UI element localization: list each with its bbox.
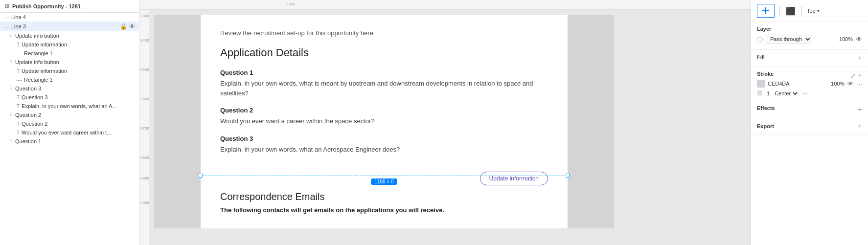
question3-block: Question 3 Explain, in your own words, w… <box>220 135 548 155</box>
layer-item-rect2[interactable]: — Rectangle 1 <box>0 75 139 84</box>
passthrough-row: ◯ Pass through 100% 👁 <box>757 35 862 44</box>
corner-tl <box>199 174 203 178</box>
layer-item-q3-group[interactable]: ⠿ Question 3 <box>0 84 139 93</box>
layer-item-line4[interactable]: — Line 4 <box>0 13 139 22</box>
corr-text: The following contacts will get emails o… <box>220 206 548 214</box>
stroke-color-row: CED4DA 100% 👁 ··· <box>757 80 862 88</box>
ruler-left: 3300 3400 3500 3600 3700 3800 3880 4000 <box>139 10 149 245</box>
top-label: Top <box>807 8 816 14</box>
layer-item-update-info-text-1[interactable]: T Update information <box>0 40 139 49</box>
ruler-top-mark: 3300 <box>286 2 295 6</box>
stroke-color-swatch[interactable] <box>757 80 765 88</box>
divider <box>779 6 780 16</box>
stroke-visibility-icon[interactable]: 👁 <box>847 80 854 88</box>
fill-title: Fill <box>757 54 765 60</box>
stroke-lines-icon: ☰ <box>757 89 763 97</box>
update-info-btn2-label: Update info button <box>15 59 135 65</box>
ruler-mark-3700: 3700 <box>140 126 149 131</box>
rect2-label: Rectangle 1 <box>24 77 135 83</box>
text-icon-5: T <box>17 121 20 127</box>
layer-item-update-info-btn-1[interactable]: ⠿ Update info button <box>0 31 139 40</box>
dash-icon-3: — <box>17 50 22 56</box>
text-icon-2: T <box>17 68 20 74</box>
position-icon <box>762 7 769 14</box>
layer-item-q2-group[interactable]: ⠿ Question 2 <box>0 111 139 119</box>
dash-icon-2: — <box>4 23 9 29</box>
top-dropdown[interactable]: Top ▾ <box>807 8 820 14</box>
corr-title: Correspondence Emails <box>220 191 548 202</box>
canvas-container: Review the recruitment set-up for this o… <box>149 10 751 245</box>
rect1-label: Rectangle 1 <box>24 50 135 56</box>
stroke-title: Stroke <box>757 71 774 77</box>
layer-item-update-info-btn-2[interactable]: ⠿ Update info button <box>0 58 139 67</box>
export-header: Export + <box>757 122 862 130</box>
text-icon-6: T <box>17 130 20 135</box>
ruler-mark-3880: 3880 <box>140 176 149 180</box>
fill-header: Fill + <box>757 54 862 63</box>
question2-block: Question 2 Would you ever want a career … <box>220 107 548 126</box>
left-panel: ⊞ Publish Opportunity - 1281 — Line 4 — … <box>0 0 139 245</box>
resize-stroke-btn[interactable]: ⤢ <box>850 72 856 79</box>
grid-icon-6: ⠿ <box>10 139 13 144</box>
ruler-mark-4000: 4000 <box>140 200 149 205</box>
question1-block: Question 1 Explain, in your own words, w… <box>220 69 548 98</box>
q3-text-content: Explain, in your own words, what an A... <box>22 103 135 109</box>
panel-title: Publish Opportunity - 1281 <box>12 3 81 9</box>
grid-icon: ⊞ <box>5 3 9 9</box>
layer-item-q1-group[interactable]: ⠿ Question 1 <box>0 137 139 146</box>
review-text: Review the recruitment set-up for this o… <box>220 29 548 37</box>
layer-title: Layer <box>757 26 862 32</box>
line3-label: Line 3 <box>11 23 120 29</box>
right-panel: ⬛ Top ▾ Layer ◯ Pass through 100% 👁 Fill <box>751 0 868 245</box>
text-icon-3: T <box>17 95 20 100</box>
layer-item-q3-label[interactable]: T Question 3 <box>0 93 139 102</box>
eye-icon[interactable]: 👁 <box>129 23 135 30</box>
stroke-more-btn[interactable]: ··· <box>857 80 862 88</box>
visibility-eye-icon[interactable]: 👁 <box>856 36 862 43</box>
stroke-width-value: 1 <box>767 90 770 96</box>
q3-label: Question 3 <box>220 135 548 142</box>
stroke-opacity-value: 100% <box>831 81 845 87</box>
update-info-button[interactable]: Update information <box>480 172 548 185</box>
layer-item-q2-label[interactable]: T Question 2 <box>0 119 139 128</box>
ruler-mark-3500: 3500 <box>140 67 149 72</box>
stroke-detail-more-btn[interactable]: ··· <box>802 89 807 97</box>
q3-text: Explain, in your own words, what an Aero… <box>220 145 548 155</box>
layer-item-update-info-text-2[interactable]: T Update information <box>0 67 139 75</box>
add-stroke-btn[interactable]: + <box>858 71 862 79</box>
text-icon-1: T <box>17 42 20 47</box>
panel-header: ⊞ Publish Opportunity - 1281 <box>0 0 139 13</box>
add-effect-btn[interactable]: + <box>858 106 862 113</box>
passthrough-control: ◯ Pass through <box>757 35 812 44</box>
layer-item-q2-text[interactable]: T Would you ever want career within t... <box>0 128 139 137</box>
chevron-down-icon: ▾ <box>817 8 820 13</box>
dash-icon: — <box>4 14 9 20</box>
effects-title: Effects <box>757 105 775 111</box>
stroke-detail-row: ☰ 1 Center ··· <box>757 89 862 97</box>
q1-text: Explain, in your own words, what is mean… <box>220 79 548 98</box>
lock-icon[interactable]: 🔒 <box>120 23 127 30</box>
effects-header: Effects + <box>757 105 862 114</box>
align-left-btn[interactable]: ⬛ <box>785 5 797 17</box>
stroke-position-select[interactable]: Center <box>773 90 799 97</box>
export-title: Export <box>757 123 774 129</box>
q3-label-text: Question 3 <box>22 94 135 100</box>
q2-label: Question 2 <box>220 107 548 114</box>
ruler-mark-3400: 3400 <box>140 38 149 43</box>
grid-icon-2: ⠿ <box>10 33 13 38</box>
blend-mode-select[interactable]: Pass through <box>766 35 812 44</box>
layer-item-line3[interactable]: — Line 3 🔒 👁 <box>0 22 139 31</box>
q1-label: Question 1 <box>220 69 548 76</box>
fill-section: Fill + <box>751 50 868 67</box>
add-export-btn[interactable]: + <box>858 122 862 130</box>
layer-item-q3-text[interactable]: T Explain, in your own words, what an A.… <box>0 102 139 111</box>
add-fill-btn[interactable]: + <box>858 54 862 62</box>
layer-item-rect1[interactable]: — Rectangle 1 <box>0 49 139 58</box>
q2-group-label: Question 2 <box>15 112 135 118</box>
ruler-mark-3800: 3800 <box>140 156 149 160</box>
app-details-title: Application Details <box>220 46 548 59</box>
stroke-color-code: CED4DA <box>768 81 828 87</box>
size-badge: 1188 × 0 <box>371 178 397 185</box>
text-icon-4: T <box>17 104 20 109</box>
layer-section: Layer ◯ Pass through 100% 👁 <box>751 22 868 50</box>
